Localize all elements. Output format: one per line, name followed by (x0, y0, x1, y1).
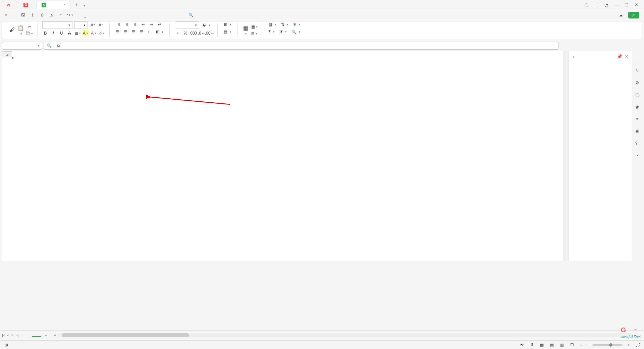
decrease-font-icon[interactable]: A⁻ (98, 22, 104, 28)
name-box[interactable]: ▾ (2, 42, 42, 50)
number-format-select[interactable]: ▾ (176, 21, 199, 29)
underline-button[interactable]: U (58, 30, 64, 36)
maximize-icon[interactable]: ☐ (625, 2, 630, 8)
clipboard-strip-icon[interactable]: ▢ (635, 92, 641, 98)
find-button[interactable]: 🔍 (290, 29, 302, 35)
zoom-percent[interactable] (579, 343, 582, 347)
merge-button[interactable]: ⊞ (155, 29, 165, 35)
view-normal-icon[interactable]: ▦ (539, 342, 545, 348)
align-bottom-icon[interactable]: ≡ (132, 21, 138, 28)
align-right-icon[interactable]: ☰ (130, 29, 137, 35)
sum-button[interactable]: Σ (267, 29, 276, 35)
status-mode-icon[interactable]: ⊞ (3, 342, 9, 348)
close-panel-icon[interactable]: ✕ (625, 54, 629, 59)
props-title[interactable] (572, 54, 575, 59)
menu-data[interactable] (122, 12, 123, 18)
nav-prev-icon[interactable]: < (7, 333, 9, 337)
cond-format-button[interactable]: ▦ (243, 25, 249, 36)
convert-button[interactable]: ☯ (201, 22, 212, 28)
indent-right-icon[interactable]: ⇥ (148, 21, 154, 28)
zoom-slider[interactable] (592, 344, 623, 346)
nav-next-icon[interactable]: > (11, 333, 13, 337)
panel-icon[interactable]: ▢ (584, 2, 590, 8)
minimize-icon[interactable]: — (614, 2, 620, 8)
update-link[interactable]: ☁ (619, 13, 624, 17)
fx-icon[interactable]: fx (54, 43, 63, 48)
sparkle-icon[interactable]: ✦ (635, 116, 641, 122)
zoom-in-icon[interactable]: ＋ (627, 342, 631, 348)
comma-button[interactable]: 000 (191, 30, 197, 36)
align-top-icon[interactable]: ≡ (116, 21, 122, 28)
hamburger-icon[interactable]: ≡ (3, 12, 9, 18)
menu-review[interactable] (131, 12, 133, 18)
align-center-icon[interactable]: ☰ (122, 29, 128, 35)
decrease-decimal-icon[interactable]: .0← (199, 30, 205, 36)
orientation-icon[interactable]: ∟ (147, 29, 153, 35)
select-arrow-icon[interactable]: ↖ (635, 68, 641, 74)
menu-file[interactable] (12, 14, 13, 16)
dots-icon[interactable]: ⠿ (529, 342, 535, 348)
menu-insert[interactable] (94, 12, 95, 18)
font-color-button[interactable]: A (91, 30, 97, 36)
preview-icon[interactable]: ◳ (48, 12, 54, 18)
reading-icon[interactable]: ☐ (569, 342, 575, 348)
cube-icon[interactable]: ⬚ (594, 2, 600, 8)
align-left-icon[interactable]: ☰ (114, 29, 120, 35)
paste-button[interactable]: 📋 (18, 25, 24, 36)
bold-button[interactable]: B (42, 30, 48, 36)
menu-member[interactable] (160, 12, 161, 18)
align-middle-icon[interactable]: ≡ (124, 21, 130, 28)
wrap-text-button[interactable]: ↩ (156, 21, 163, 28)
nav-last-icon[interactable]: >| (15, 333, 18, 337)
image-icon[interactable]: ▣ (635, 129, 641, 135)
select-all-corner[interactable]: ◢ (2, 51, 12, 57)
hscroll-thumb[interactable] (62, 333, 189, 337)
freeze-button[interactable]: ❄ (292, 21, 302, 28)
pin-icon[interactable]: 📌 (617, 54, 622, 59)
increase-font-icon[interactable]: A⁺ (90, 22, 96, 28)
font-family-select[interactable]: ▾ (42, 21, 72, 29)
collapse-icon[interactable]: — (635, 56, 641, 62)
print-icon[interactable]: ⎙ (39, 12, 45, 18)
tab-list-button[interactable] (83, 2, 85, 8)
fill-color-button[interactable]: A (83, 30, 89, 36)
undo-icon[interactable]: ↶ (58, 12, 64, 18)
menu-tools[interactable] (150, 12, 152, 18)
layers-icon[interactable]: ◉ (635, 104, 641, 110)
view-page-icon[interactable]: ▤ (549, 342, 555, 348)
view-break-icon[interactable]: ▥ (559, 342, 565, 348)
menu-smart-tools[interactable] (178, 12, 180, 18)
eye-icon[interactable]: 👁 (519, 342, 525, 348)
zoom-fx-icon[interactable]: 🔍 (44, 43, 54, 48)
tab-document[interactable]: S • (37, 1, 70, 9)
table-styles-icon[interactable]: ⊞ (251, 31, 257, 37)
horizontal-scrollbar[interactable]: ◂ ▸ (58, 333, 632, 337)
sheet-tab-sheet2[interactable] (22, 334, 32, 337)
more-icon[interactable]: ⋯ (635, 153, 641, 159)
border-button[interactable]: ▦ (74, 30, 80, 36)
scroll-left-icon[interactable]: ◂ (54, 333, 56, 337)
vertical-scrollbar[interactable] (564, 57, 568, 261)
settings-icon[interactable]: ⚙ (635, 80, 641, 86)
filter-button[interactable]: ⧩ (278, 29, 288, 35)
share-button[interactable]: ↗ (628, 12, 639, 18)
cell-styles-icon[interactable]: ▦ (251, 24, 257, 30)
copy-icon[interactable]: ⿻ (26, 31, 33, 37)
zoom-out-icon[interactable]: − (586, 343, 588, 347)
format-painter-button[interactable]: 🖌 (9, 27, 15, 34)
menu-page[interactable] (103, 12, 105, 18)
percent-button[interactable]: % (182, 30, 189, 36)
save-icon[interactable]: 🖫 (20, 12, 26, 18)
sheet-tab-sheet1[interactable] (32, 334, 41, 337)
row-col-button[interactable]: ⊞ (223, 21, 233, 28)
worksheet-button[interactable]: ▤ (222, 29, 233, 35)
menu-start[interactable] (85, 12, 86, 18)
sort-button[interactable]: ⇅ (280, 21, 290, 28)
add-sheet-icon[interactable]: ＋ (44, 332, 48, 338)
help-icon[interactable]: ? (635, 141, 641, 147)
menu-view[interactable] (141, 12, 142, 18)
close-icon[interactable]: ✕ (635, 2, 640, 8)
menu-formula[interactable] (113, 12, 114, 18)
increase-decimal-icon[interactable]: .00→ (207, 30, 213, 36)
italic-button[interactable]: I (50, 30, 56, 36)
